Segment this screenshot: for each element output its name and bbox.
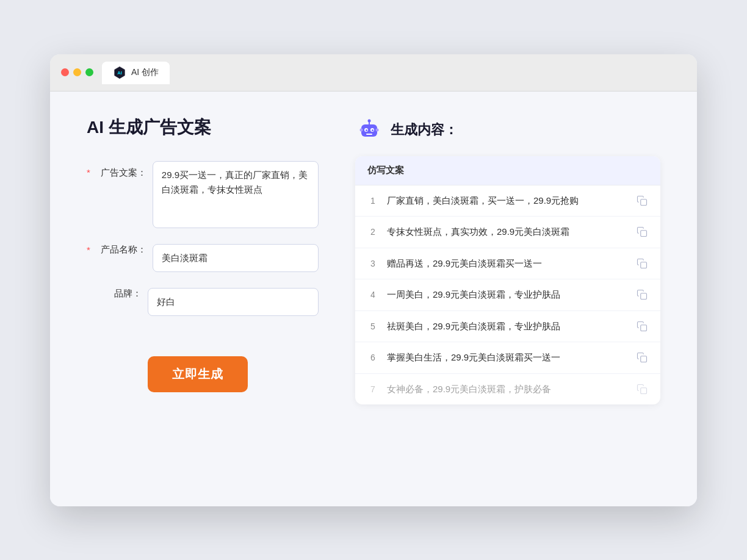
result-row-2: 2专抹女性斑点，真实功效，29.9元美白淡斑霜: [355, 217, 660, 248]
browser-tab[interactable]: AI AI 创作: [102, 62, 170, 84]
svg-rect-15: [641, 293, 647, 300]
ad-copy-input[interactable]: [153, 161, 319, 228]
row-text-4: 一周美白，29.9元美白淡斑霜，专业护肤品: [387, 288, 627, 302]
row-number-4: 4: [367, 290, 378, 300]
right-header: 生成内容：: [355, 116, 660, 144]
svg-rect-12: [641, 199, 647, 206]
row-number-6: 6: [367, 353, 378, 362]
result-row-6: 6掌握美白生活，29.9元美白淡斑霜买一送一: [355, 342, 660, 374]
svg-point-5: [366, 129, 367, 131]
svg-point-6: [372, 129, 374, 131]
result-table-header: 仿写文案: [355, 156, 660, 185]
copy-icon-7[interactable]: [636, 383, 648, 395]
result-table: 仿写文案 1厂家直销，美白淡斑霜，买一送一，29.9元抢购 2专抹女性斑点，真实…: [355, 156, 660, 405]
ad-copy-label: 广告文案：: [92, 167, 146, 179]
brand-input[interactable]: [148, 288, 319, 316]
row-text-1: 厂家直销，美白淡斑霜，买一送一，29.9元抢购: [387, 194, 627, 208]
result-row-7: 7女神必备，29.9元美白淡斑霜，护肤必备: [355, 374, 660, 405]
result-row-1: 1厂家直销，美白淡斑霜，买一送一，29.9元抢购: [355, 185, 660, 217]
required-star-1: *: [87, 167, 90, 178]
row-text-2: 专抹女性斑点，真实功效，29.9元美白淡斑霜: [387, 225, 627, 239]
copy-icon-4[interactable]: [636, 289, 648, 301]
svg-point-10: [360, 128, 363, 131]
copy-icon-5[interactable]: [636, 320, 648, 332]
copy-icon-3[interactable]: [636, 257, 648, 270]
browser-content: AI 生成广告文案 * 广告文案： * 产品名称： 品牌: [50, 92, 697, 506]
robot-icon: [355, 116, 383, 144]
svg-point-11: [376, 128, 379, 131]
generate-button[interactable]: 立即生成: [148, 356, 248, 392]
required-star-2: *: [87, 245, 90, 255]
right-panel: 生成内容： 仿写文案 1厂家直销，美白淡斑霜，买一送一，29.9元抢购 2专抹女…: [355, 116, 660, 476]
row-text-3: 赠品再送，29.9元美白淡斑霜买一送一: [387, 257, 627, 271]
left-panel: AI 生成广告文案 * 广告文案： * 产品名称： 品牌: [87, 116, 319, 476]
svg-rect-13: [641, 231, 647, 237]
row-number-3: 3: [367, 259, 378, 268]
brand-label: 品牌：: [87, 288, 142, 300]
browser-window: AI AI 创作 AI 生成广告文案 * 广告文案： * 产品名称：: [50, 54, 697, 506]
row-number-2: 2: [367, 227, 378, 237]
ad-copy-group: * 广告文案：: [87, 161, 319, 228]
svg-rect-16: [641, 325, 647, 331]
product-name-input[interactable]: [153, 244, 319, 272]
svg-rect-14: [641, 262, 647, 268]
svg-point-9: [368, 119, 371, 122]
product-name-label: 产品名称：: [92, 244, 146, 256]
copy-icon-1[interactable]: [636, 195, 648, 207]
svg-rect-17: [641, 356, 647, 362]
row-number-1: 1: [367, 196, 378, 206]
row-number-5: 5: [367, 321, 378, 331]
copy-icon-2[interactable]: [636, 226, 648, 238]
product-name-group: * 产品名称：: [87, 244, 319, 272]
result-row-3: 3赠品再送，29.9元美白淡斑霜买一送一: [355, 248, 660, 280]
right-title: 生成内容：: [391, 121, 458, 139]
copy-icon-6[interactable]: [636, 351, 648, 364]
maximize-button[interactable]: [85, 68, 93, 76]
row-number-7: 7: [367, 384, 378, 394]
brand-group: 品牌：: [87, 288, 319, 316]
page-title: AI 生成广告文案: [87, 116, 319, 139]
svg-text:AI: AI: [117, 70, 122, 76]
result-rows-container: 1厂家直销，美白淡斑霜，买一送一，29.9元抢购 2专抹女性斑点，真实功效，29…: [355, 185, 660, 405]
traffic-lights: [61, 68, 93, 76]
result-row-4: 4一周美白，29.9元美白淡斑霜，专业护肤品: [355, 279, 660, 311]
row-text-6: 掌握美白生活，29.9元美白淡斑霜买一送一: [387, 351, 627, 365]
result-row-5: 5祛斑美白，29.9元美白淡斑霜，专业护肤品: [355, 311, 660, 343]
row-text-5: 祛斑美白，29.9元美白淡斑霜，专业护肤品: [387, 320, 627, 334]
tab-label: AI 创作: [131, 67, 159, 78]
close-button[interactable]: [61, 68, 69, 76]
minimize-button[interactable]: [73, 68, 81, 76]
svg-rect-7: [366, 134, 372, 135]
row-text-7: 女神必备，29.9元美白淡斑霜，护肤必备: [387, 382, 627, 397]
svg-rect-18: [641, 388, 647, 394]
ai-tab-icon: AI: [113, 66, 126, 79]
browser-titlebar: AI AI 创作: [50, 54, 697, 92]
